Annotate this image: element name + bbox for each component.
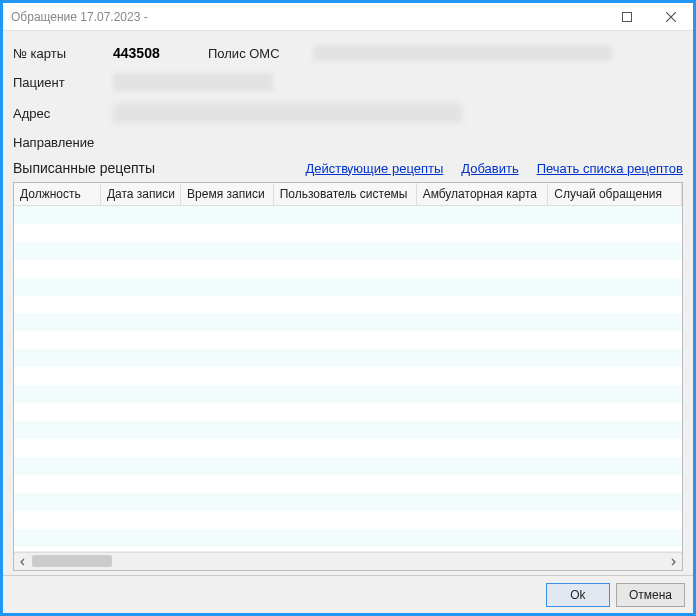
cancel-button[interactable]: Отмена [616, 583, 685, 607]
svg-rect-0 [623, 12, 632, 21]
col-case[interactable]: Случай обращения [548, 183, 682, 206]
recipes-header-row: Выписанные рецепты Действующие рецепты Д… [13, 156, 683, 182]
col-user[interactable]: Пользователь системы [273, 183, 416, 206]
patient-row: Пациент [13, 67, 683, 97]
address-label: Адрес [13, 106, 113, 121]
col-ambcard[interactable]: Амбулаторная карта [416, 183, 548, 206]
maximize-button[interactable] [605, 3, 649, 30]
table-header-row: Должность Дата записи Время записи Польз… [14, 183, 682, 206]
chevron-right-icon [669, 558, 677, 566]
col-time[interactable]: Время записи [181, 183, 274, 206]
link-add-recipe[interactable]: Добавить [461, 161, 518, 176]
titlebar-buttons [605, 3, 693, 30]
col-position[interactable]: Должность [14, 183, 100, 206]
address-value-redacted [113, 103, 462, 123]
close-icon [666, 12, 676, 22]
card-value: 443508 [113, 45, 208, 61]
scroll-right-button[interactable] [664, 553, 682, 570]
ok-button[interactable]: Ok [546, 583, 610, 607]
table-body-empty[interactable] [14, 206, 682, 552]
patient-label: Пациент [13, 75, 113, 90]
recipes-links: Действующие рецепты Добавить Печать спис… [306, 161, 684, 176]
maximize-icon [622, 12, 632, 22]
scroll-left-button[interactable] [14, 553, 32, 570]
card-row: № карты 443508 Полис ОМС [13, 39, 683, 67]
patient-value-redacted [113, 73, 273, 91]
polis-label: Полис ОМС [208, 46, 313, 61]
close-button[interactable] [649, 3, 693, 30]
address-row: Адрес [13, 97, 683, 129]
card-label: № карты [13, 46, 113, 61]
polis-value-redacted [313, 45, 612, 61]
window-title: Обращение 17.07.2023 - [11, 10, 605, 24]
table-container: Должность Дата записи Время записи Польз… [13, 182, 683, 571]
content-area: № карты 443508 Полис ОМС Пациент Адрес Н… [3, 31, 693, 575]
chevron-left-icon [19, 558, 27, 566]
recipes-table: Должность Дата записи Время записи Польз… [14, 183, 682, 206]
scroll-thumb[interactable] [32, 555, 112, 567]
direction-row: Направление [13, 129, 683, 156]
main-window: Обращение 17.07.2023 - № карты 443508 По… [0, 0, 696, 616]
scroll-track[interactable] [32, 553, 664, 570]
direction-label: Направление [13, 135, 113, 150]
link-active-recipes[interactable]: Действующие рецепты [306, 161, 444, 176]
link-print-recipes[interactable]: Печать списка рецептов [537, 161, 683, 176]
horizontal-scrollbar[interactable] [14, 552, 682, 570]
recipes-title: Выписанные рецепты [13, 160, 155, 176]
footer: Ok Отмена [3, 575, 693, 613]
col-date[interactable]: Дата записи [100, 183, 180, 206]
titlebar: Обращение 17.07.2023 - [3, 3, 693, 31]
table-wrap: Должность Дата записи Время записи Польз… [14, 183, 682, 552]
